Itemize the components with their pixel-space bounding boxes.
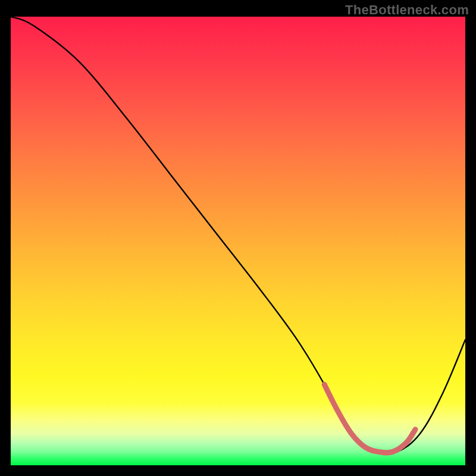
optimal-range-highlight-path [324, 384, 415, 453]
chart-frame: TheBottleneck.com [0, 0, 476, 476]
watermark-text: TheBottleneck.com [345, 2, 469, 18]
chart-svg [11, 17, 465, 465]
chart-plot-area [11, 17, 465, 465]
bottleneck-curve-path [11, 17, 465, 454]
